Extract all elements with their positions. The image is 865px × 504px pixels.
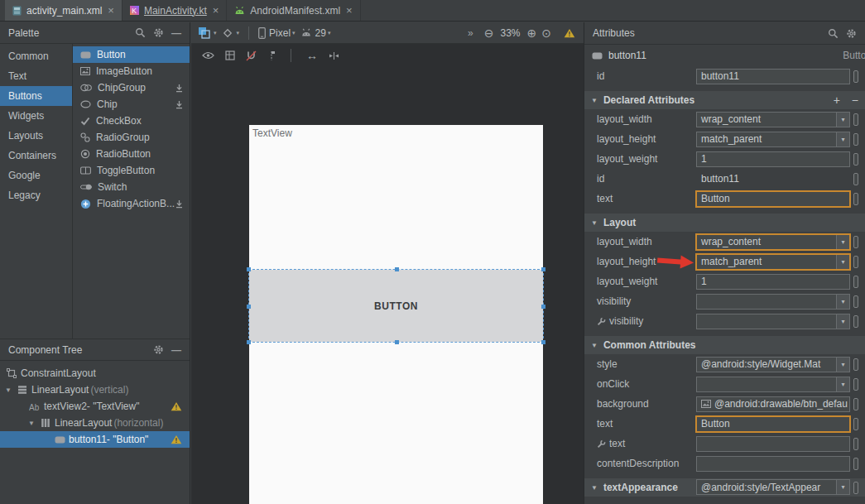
selection-handle[interactable] [395, 340, 399, 344]
api-level-selector[interactable]: 29 ▾ [300, 27, 331, 39]
collapse-arrow-icon[interactable]: ▼ [591, 342, 598, 349]
guideline-icon[interactable] [267, 50, 276, 61]
section-header-declared-attributes[interactable]: ▼Declared Attributes+− [584, 91, 865, 109]
palette-category-google[interactable]: Google [0, 166, 72, 185]
resource-flag-icon[interactable] [853, 482, 858, 494]
attr-field-style[interactable]: @android:style/Widget.Mat▾ [696, 357, 850, 372]
gear-icon[interactable] [846, 28, 857, 39]
download-icon[interactable] [175, 100, 184, 109]
palette-item-radiobutton[interactable]: RadioButton [73, 146, 190, 162]
design-canvas[interactable]: TextView BUTTON [249, 125, 543, 504]
warning-icon[interactable] [564, 28, 575, 38]
palette-item-switch[interactable]: Switch [73, 179, 190, 195]
collapse-arrow-icon[interactable]: ▼ [591, 484, 598, 492]
resource-flag-icon[interactable] [853, 358, 858, 371]
device-selector[interactable]: Pixel ▾ [258, 27, 296, 39]
download-icon[interactable] [175, 84, 184, 93]
combo-arrow-icon[interactable]: ▾ [836, 480, 849, 494]
resource-flag-icon[interactable] [853, 276, 858, 288]
selection-handle[interactable] [541, 267, 545, 271]
resource-flag-icon[interactable] [853, 256, 858, 268]
zoom-in-icon[interactable]: ⊕ [527, 26, 537, 40]
tree-item-linearlayout[interactable]: ▼LinearLayout(horizontal) [0, 415, 190, 431]
attr-field-layout-width[interactable]: wrap_content▾ [696, 234, 850, 250]
attr-field-textappearance[interactable]: @android:style/TextAppear▾ [696, 479, 850, 495]
resource-flag-icon[interactable] [853, 398, 858, 410]
attr-field-layout-weight[interactable]: 1 [696, 151, 850, 167]
selection-handle[interactable] [247, 340, 251, 344]
close-icon[interactable]: × [108, 4, 114, 17]
section-header-textappearance[interactable]: ▼textAppearance@android:style/TextAppear… [584, 478, 865, 497]
attr-field-text[interactable]: Button [696, 416, 850, 432]
palette-category-layouts[interactable]: Layouts [0, 126, 72, 146]
palette-item-togglebutton[interactable]: ToggleButton [73, 162, 190, 179]
attr-field-layout-height[interactable]: match_parent▾ [696, 254, 850, 270]
resource-flag-icon[interactable] [853, 173, 858, 185]
resource-flag-icon[interactable] [853, 153, 858, 166]
collapse-arrow-icon[interactable]: ▼ [591, 97, 598, 104]
palette-category-containers[interactable]: Containers [0, 146, 72, 166]
resize-arrows-icon[interactable]: ↔ [306, 49, 318, 62]
palette-item-chipgroup[interactable]: ChipGroup [73, 79, 190, 96]
attr-field-layout-weight[interactable]: 1 [696, 274, 850, 290]
tree-item-linearlayout[interactable]: ▼LinearLayout(vertical) [0, 382, 190, 398]
collapse-arrow-icon[interactable]: ▼ [591, 219, 598, 227]
attr-field-onclick[interactable]: ▾ [696, 377, 850, 392]
combo-arrow-icon[interactable]: ▾ [836, 132, 849, 146]
close-icon[interactable]: × [346, 4, 353, 17]
remove-attribute-button[interactable]: − [852, 94, 858, 107]
toolbar-overflow-icon[interactable]: » [468, 27, 473, 39]
blueprint-grid-icon[interactable] [225, 50, 235, 60]
close-icon[interactable]: × [213, 4, 219, 17]
resource-flag-icon[interactable] [853, 113, 858, 126]
resource-flag-icon[interactable] [853, 236, 858, 248]
gear-icon[interactable] [153, 344, 164, 355]
view-options-eye-icon[interactable] [202, 51, 214, 60]
attr-field-layout-width[interactable]: wrap_content▾ [696, 112, 850, 127]
combo-arrow-icon[interactable]: ▾ [836, 235, 849, 249]
selection-handle[interactable] [247, 305, 251, 309]
resource-flag-icon[interactable] [853, 458, 858, 470]
canvas-button-selected[interactable]: BUTTON [249, 270, 543, 342]
attr-field-visibility[interactable]: ▾ [696, 314, 850, 329]
search-icon[interactable] [828, 28, 839, 39]
download-icon[interactable] [175, 199, 184, 209]
palette-item-chip[interactable]: Chip [73, 96, 190, 113]
resource-flag-icon[interactable] [853, 418, 858, 430]
attr-field-text[interactable]: Button [696, 191, 850, 207]
editor-tab-mainactivity-kt[interactable]: KMainActivity.kt× [123, 0, 227, 21]
combo-arrow-icon[interactable]: ▾ [836, 377, 849, 391]
expand-arrow-icon[interactable]: ▼ [28, 420, 39, 427]
resource-flag-icon[interactable] [853, 438, 858, 450]
combo-arrow-icon[interactable]: ▾ [836, 113, 849, 127]
selection-handle[interactable] [395, 267, 399, 271]
resource-flag-icon[interactable] [853, 133, 858, 146]
resource-flag-icon[interactable] [853, 378, 858, 391]
palette-category-text[interactable]: Text [0, 66, 72, 86]
orientation-icon[interactable] [222, 27, 233, 39]
selection-handle[interactable] [541, 340, 545, 344]
design-mode-icon[interactable] [198, 26, 210, 39]
add-attribute-button[interactable]: + [834, 94, 840, 107]
tree-item-constraintlayout[interactable]: ConstraintLayout [0, 365, 190, 382]
combo-arrow-icon[interactable]: ▾ [836, 358, 849, 372]
tree-item-textview2-textview[interactable]: AbtextView2- "TextView" [0, 398, 190, 415]
combo-arrow-icon[interactable]: ▾ [836, 255, 849, 269]
attr-field-layout-height[interactable]: match_parent▾ [696, 132, 850, 147]
attr-field-contentdescription[interactable] [696, 456, 850, 472]
resource-flag-icon[interactable] [853, 295, 858, 308]
canvas-textview[interactable]: TextView [252, 127, 292, 139]
tree-item-button11-button[interactable]: button11- "Button" [0, 431, 190, 448]
section-header-common-attributes[interactable]: ▼Common Attributes [584, 336, 865, 354]
editor-tab-androidmanifest-xml[interactable]: AndroidManifest.xml× [227, 0, 360, 21]
resource-flag-icon[interactable] [853, 70, 858, 83]
combo-arrow-icon[interactable]: ▾ [836, 314, 849, 329]
palette-category-legacy[interactable]: Legacy [0, 185, 72, 205]
autoconnect-magnet-off-icon[interactable] [246, 50, 257, 61]
search-icon[interactable] [135, 27, 146, 38]
zoom-fit-icon[interactable]: ⊙ [541, 26, 551, 40]
palette-category-widgets[interactable]: Widgets [0, 106, 72, 126]
selection-handle[interactable] [247, 267, 251, 271]
distribute-icon[interactable] [329, 51, 339, 60]
zoom-out-icon[interactable]: ⊖ [484, 26, 494, 40]
